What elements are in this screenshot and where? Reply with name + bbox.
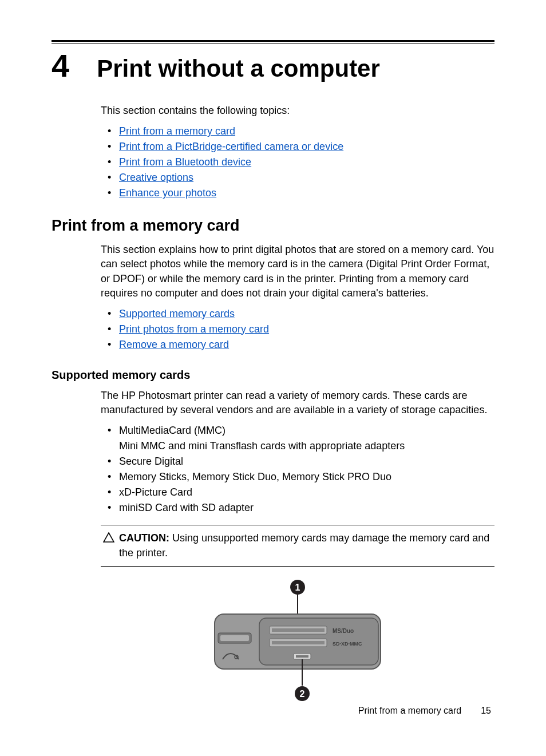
slot-label-2: SD·XD·MMC bbox=[333, 641, 362, 647]
chapter-title: Print without a computer bbox=[97, 55, 380, 82]
list-item: Print from a Bluetooth device bbox=[101, 155, 494, 170]
caution-box: CAUTION: Using unsupported memory cards … bbox=[101, 525, 494, 566]
link-print-pictbridge[interactable]: Print from a PictBridge-certified camera… bbox=[119, 141, 343, 152]
list-item: Print from a PictBridge-certified camera… bbox=[101, 139, 494, 155]
footer-page-number: 15 bbox=[481, 706, 491, 716]
callout-1: 1 bbox=[295, 583, 300, 592]
svg-rect-8 bbox=[272, 628, 325, 632]
list-item-ms: Memory Sticks, Memory Stick Duo, Memory … bbox=[101, 469, 494, 485]
rule-thick bbox=[52, 40, 494, 42]
subsection-title-supported: Supported memory cards bbox=[52, 369, 494, 382]
page-footer: Print from a memory card 15 bbox=[358, 706, 491, 716]
section1-para: This section explains how to print digit… bbox=[101, 243, 494, 300]
list-item-mmc-sub: Mini MMC and mini Transflash cards with … bbox=[101, 438, 494, 454]
link-supported-cards[interactable]: Supported memory cards bbox=[119, 308, 235, 319]
list-item-sd: Secure Digital bbox=[101, 454, 494, 469]
section-title-memory-card: Print from a memory card bbox=[52, 217, 494, 235]
link-creative-options[interactable]: Creative options bbox=[119, 172, 193, 183]
caution-text: CAUTION: Using unsupported memory cards … bbox=[119, 531, 492, 560]
topics-list: Print from a memory card Print from a Pi… bbox=[101, 124, 494, 201]
caution-triangle-icon bbox=[103, 532, 114, 545]
list-item: Print photos from a memory card bbox=[101, 322, 494, 337]
footer-text: Print from a memory card bbox=[358, 706, 461, 716]
chapter-header: 4 Print without a computer bbox=[52, 47, 494, 84]
chapter-number: 4 bbox=[52, 47, 69, 84]
list-item: Remove a memory card bbox=[101, 337, 494, 353]
rule-thin bbox=[52, 43, 494, 43]
link-print-photos-card[interactable]: Print photos from a memory card bbox=[119, 323, 269, 335]
slot-label-1: MS/Duo bbox=[333, 628, 354, 634]
section2-para: The HP Photosmart printer can read a var… bbox=[101, 389, 494, 417]
memory-slot-figure: 1 M bbox=[101, 578, 494, 704]
caution-label: CAUTION: bbox=[119, 532, 169, 544]
caution-body: Using unsupported memory cards may damag… bbox=[119, 532, 489, 558]
section1-links: Supported memory cards Print photos from… bbox=[101, 306, 494, 353]
link-print-memory-card[interactable]: Print from a memory card bbox=[119, 125, 235, 137]
svg-rect-12 bbox=[296, 655, 308, 658]
link-remove-card[interactable]: Remove a memory card bbox=[119, 339, 229, 350]
link-enhance-photos[interactable]: Enhance your photos bbox=[119, 187, 216, 199]
callout-2: 2 bbox=[300, 689, 305, 699]
list-item-xd: xD-Picture Card bbox=[101, 485, 494, 500]
list-item: Enhance your photos bbox=[101, 185, 494, 201]
list-item: Creative options bbox=[101, 170, 494, 185]
svg-rect-10 bbox=[272, 641, 325, 644]
list-item: Supported memory cards bbox=[101, 306, 494, 322]
list-item: Print from a memory card bbox=[101, 124, 494, 139]
list-item-mmc: MultiMediaCard (MMC) bbox=[101, 423, 494, 438]
cards-list: MultiMediaCard (MMC) Mini MMC and mini T… bbox=[101, 423, 494, 516]
svg-rect-5 bbox=[220, 635, 249, 641]
list-item-mini: miniSD Card with SD adapter bbox=[101, 500, 494, 516]
link-print-bluetooth[interactable]: Print from a Bluetooth device bbox=[119, 156, 251, 168]
intro-text: This section contains the following topi… bbox=[101, 104, 494, 118]
